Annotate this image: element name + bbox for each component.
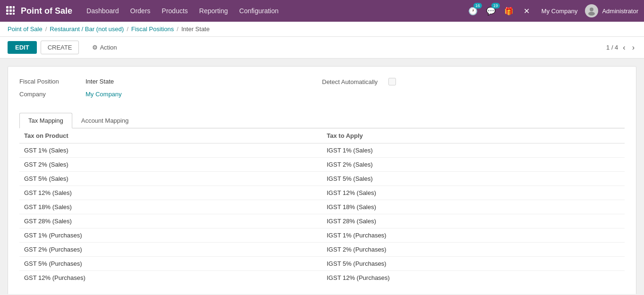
next-page-button[interactable]: › xyxy=(630,42,636,53)
col-header-tax-on-product: Tax on Product xyxy=(19,128,322,143)
apps-icon[interactable] xyxy=(6,6,15,17)
messages-badge: 19 xyxy=(491,3,500,8)
company-name: My Company xyxy=(541,8,578,15)
action-label: Action xyxy=(100,44,117,51)
toolbar: EDIT CREATE ⚙ Action 1 / 4 ‹ › xyxy=(0,37,644,59)
activity-icon[interactable]: 🕐 16 xyxy=(466,4,480,18)
svg-rect-4 xyxy=(9,9,12,12)
tax-to-apply-cell: IGST 28% (Sales) xyxy=(322,214,625,228)
breadcrumb-fiscal-positions[interactable]: Fiscal Positions xyxy=(131,25,174,33)
tax-on-product-cell: GST 12% (Purchases) xyxy=(19,271,322,285)
svg-point-9 xyxy=(590,8,593,11)
tax-on-product-cell: GST 2% (Sales) xyxy=(19,158,322,172)
form-left: Fiscal Position Inter State Company My C… xyxy=(19,78,322,103)
tax-to-apply-cell: IGST 12% (Purchases) xyxy=(322,271,625,285)
tax-mapping-table: Tax on Product Tax to Apply GST 1% (Sale… xyxy=(19,128,625,285)
main-content: Fiscal Position Inter State Company My C… xyxy=(0,59,644,294)
table-row: GST 1% (Purchases)IGST 1% (Purchases) xyxy=(19,228,625,243)
svg-rect-6 xyxy=(6,13,9,15)
tax-to-apply-cell: IGST 2% (Sales) xyxy=(322,158,625,172)
tabs-container: Tax Mapping Account Mapping xyxy=(19,113,625,128)
app-title: Point of Sale xyxy=(21,6,72,16)
tax-on-product-cell: GST 1% (Purchases) xyxy=(19,228,322,243)
close-icon[interactable]: ✕ xyxy=(520,4,534,18)
svg-rect-7 xyxy=(9,13,12,15)
gear-icon: ⚙ xyxy=(92,44,98,51)
menu-reporting[interactable]: Reporting xyxy=(199,5,228,17)
edit-button[interactable]: EDIT xyxy=(8,41,37,54)
company-value[interactable]: My Company xyxy=(86,91,122,98)
tax-on-product-cell: GST 1% (Sales) xyxy=(19,143,322,158)
table-row: GST 2% (Purchases)IGST 2% (Purchases) xyxy=(19,243,625,257)
breadcrumb: Point of Sale / Restaurant / Bar (not us… xyxy=(0,22,644,37)
table-row: GST 28% (Sales)IGST 28% (Sales) xyxy=(19,214,625,228)
tax-to-apply-cell: IGST 1% (Sales) xyxy=(322,143,625,158)
pagination: 1 / 4 ‹ › xyxy=(606,42,636,53)
svg-rect-5 xyxy=(13,9,15,12)
prev-page-button[interactable]: ‹ xyxy=(621,42,627,53)
create-button[interactable]: CREATE xyxy=(41,41,79,54)
tax-on-product-cell: GST 28% (Sales) xyxy=(19,214,322,228)
col-header-tax-to-apply: Tax to Apply xyxy=(322,128,625,143)
table-row: GST 1% (Sales)IGST 1% (Sales) xyxy=(19,143,625,158)
breadcrumb-current: Inter State xyxy=(181,25,210,33)
tax-to-apply-cell: IGST 1% (Purchases) xyxy=(322,228,625,243)
top-menu: Dashboard Orders Products Reporting Conf… xyxy=(86,5,466,17)
topnav-right: 🕐 16 💬 19 🎁 ✕ My Company Administrator xyxy=(466,4,638,18)
tax-to-apply-cell: IGST 5% (Sales) xyxy=(322,172,625,186)
form-right: Detect Automatically xyxy=(322,78,625,103)
action-button[interactable]: ⚙ Action xyxy=(92,44,117,51)
gift-icon[interactable]: 🎁 xyxy=(502,4,516,18)
menu-dashboard[interactable]: Dashboard xyxy=(86,5,119,17)
tax-to-apply-cell: IGST 18% (Sales) xyxy=(322,200,625,214)
tax-to-apply-cell: IGST 2% (Purchases) xyxy=(322,243,625,257)
messages-icon[interactable]: 💬 19 xyxy=(484,4,498,18)
detect-auto-label: Detect Automatically xyxy=(322,78,388,85)
svg-rect-8 xyxy=(13,13,15,15)
topnav: Point of Sale Dashboard Orders Products … xyxy=(0,0,644,22)
detect-auto-checkbox[interactable] xyxy=(388,78,396,85)
table-row: GST 5% (Purchases)IGST 5% (Purchases) xyxy=(19,257,625,271)
fiscal-position-row: Fiscal Position Inter State xyxy=(19,78,322,85)
svg-rect-2 xyxy=(13,6,15,8)
tab-account-mapping[interactable]: Account Mapping xyxy=(72,113,137,128)
table-row: GST 12% (Sales)IGST 12% (Sales) xyxy=(19,186,625,200)
tax-on-product-cell: GST 2% (Purchases) xyxy=(19,243,322,257)
detect-auto-row: Detect Automatically xyxy=(322,78,625,85)
menu-products[interactable]: Products xyxy=(162,5,188,17)
svg-point-10 xyxy=(588,12,595,16)
tax-to-apply-cell: IGST 12% (Sales) xyxy=(322,186,625,200)
fiscal-position-label: Fiscal Position xyxy=(19,78,86,85)
form-card: Fiscal Position Inter State Company My C… xyxy=(8,66,636,294)
fiscal-position-value: Inter State xyxy=(86,78,114,85)
svg-rect-1 xyxy=(9,6,12,8)
svg-rect-3 xyxy=(6,9,9,12)
tax-on-product-cell: GST 5% (Purchases) xyxy=(19,257,322,271)
tax-to-apply-cell: IGST 5% (Purchases) xyxy=(322,257,625,271)
avatar[interactable] xyxy=(585,4,598,17)
tabs: Tax Mapping Account Mapping xyxy=(19,113,625,128)
tax-on-product-cell: GST 12% (Sales) xyxy=(19,186,322,200)
pagination-text: 1 / 4 xyxy=(606,44,618,51)
activity-badge: 16 xyxy=(473,3,482,8)
breadcrumb-pos[interactable]: Point of Sale xyxy=(8,25,43,33)
table-row: GST 18% (Sales)IGST 18% (Sales) xyxy=(19,200,625,214)
menu-orders[interactable]: Orders xyxy=(130,5,151,17)
tax-on-product-cell: GST 5% (Sales) xyxy=(19,172,322,186)
company-row: Company My Company xyxy=(19,91,322,98)
company-label: Company xyxy=(19,91,86,98)
breadcrumb-restaurant[interactable]: Restaurant / Bar (not used) xyxy=(50,25,124,33)
admin-label: Administrator xyxy=(602,8,638,15)
table-row: GST 5% (Sales)IGST 5% (Sales) xyxy=(19,172,625,186)
svg-rect-0 xyxy=(6,6,9,8)
table-row: GST 12% (Purchases)IGST 12% (Purchases) xyxy=(19,271,625,285)
table-row: GST 2% (Sales)IGST 2% (Sales) xyxy=(19,158,625,172)
menu-configuration[interactable]: Configuration xyxy=(239,5,278,17)
tax-on-product-cell: GST 18% (Sales) xyxy=(19,200,322,214)
form-fields: Fiscal Position Inter State Company My C… xyxy=(19,78,625,103)
tab-tax-mapping[interactable]: Tax Mapping xyxy=(19,113,72,128)
